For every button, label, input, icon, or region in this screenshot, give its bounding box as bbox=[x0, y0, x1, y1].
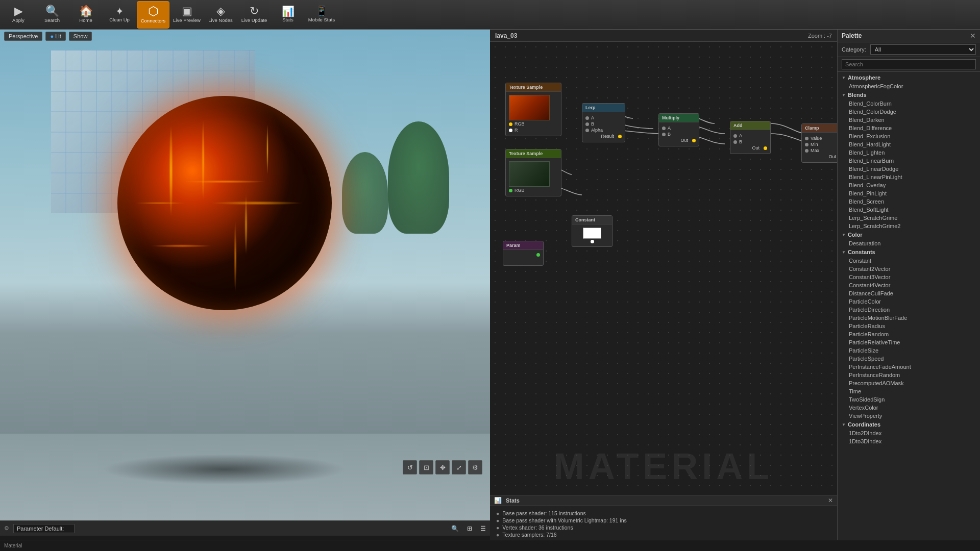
list-view-icon[interactable]: ☰ bbox=[480, 525, 486, 532]
livepreview-icon: ▣ bbox=[182, 6, 192, 17]
palette-item-particlerelativetime[interactable]: ParticleRelativeTime bbox=[838, 338, 980, 346]
livepreview-button[interactable]: ▣ Live Preview bbox=[170, 1, 203, 29]
palette-section-atmosphere[interactable]: Atmosphere bbox=[838, 73, 980, 82]
toolbar: ▶ Apply 🔍 Search 🏠 Home ✦ Clean Up ⬡ Con… bbox=[0, 0, 980, 30]
palette-section-blends[interactable]: Blends bbox=[838, 90, 980, 99]
apply-button[interactable]: ▶ Apply bbox=[2, 1, 35, 29]
sphere-shadow bbox=[102, 454, 347, 485]
texture-node-2[interactable]: Texture Sample RGB bbox=[505, 149, 561, 196]
palette-item-blend-linearpinlight[interactable]: Blend_LinearPinLight bbox=[838, 173, 980, 181]
palette-section-color[interactable]: Color bbox=[838, 230, 980, 239]
palette-item-blend-screen[interactable]: Blend_Screen bbox=[838, 197, 980, 206]
param-node[interactable]: Param bbox=[503, 241, 544, 266]
rotate-view-button[interactable]: ↺ bbox=[403, 460, 417, 474]
palette-item-distancecullfade[interactable]: DistanceCullFade bbox=[838, 289, 980, 297]
palette-search-input[interactable] bbox=[842, 59, 976, 69]
multiply-node-1[interactable]: Multiply A B Out bbox=[658, 113, 699, 146]
palette-panel: Palette ✕ Category: All Atmosphere Atmos… bbox=[837, 30, 980, 551]
liveupdate-button[interactable]: ↻ Live Update bbox=[238, 1, 271, 29]
home-button[interactable]: 🏠 Home bbox=[69, 1, 102, 29]
palette-item-blend-colorburn[interactable]: Blend_ColorBurn bbox=[838, 99, 980, 108]
constant-node-white[interactable]: Constant bbox=[572, 215, 612, 247]
texture-node-1[interactable]: Texture Sample RGB R bbox=[505, 83, 561, 136]
palette-item-precomputedaomask[interactable]: PrecomputedAOMask bbox=[838, 379, 980, 387]
palette-item-perinstancefadeamount[interactable]: PerInstanceFadeAmount bbox=[838, 363, 980, 371]
palette-item-blend-overlay[interactable]: Blend_Overlay bbox=[838, 181, 980, 189]
category-select[interactable]: All bbox=[870, 44, 976, 55]
livenodes-button[interactable]: ◈ Live Nodes bbox=[204, 1, 237, 29]
palette-item-vertexcolor[interactable]: VertexColor bbox=[838, 404, 980, 412]
material-name-label: lava_03 bbox=[495, 32, 517, 39]
palette-item-viewproperty[interactable]: ViewProperty bbox=[838, 412, 980, 420]
stats-item-4: ● Texture samplers: 7/16 bbox=[496, 532, 831, 538]
settings-view-button[interactable]: ⚙ bbox=[468, 460, 482, 474]
palette-item-particlesize[interactable]: ParticleSize bbox=[838, 346, 980, 355]
palette-item-desaturation[interactable]: Desaturation bbox=[838, 239, 980, 247]
node-editor-background: Texture Sample RGB R Texture Sample RGB … bbox=[490, 42, 837, 495]
lit-button[interactable]: ● Lit bbox=[45, 32, 65, 41]
palette-item-blend-exclusion[interactable]: Blend_Exclusion bbox=[838, 132, 980, 140]
show-button[interactable]: Show bbox=[69, 32, 92, 41]
palette-item-blend-lineardodge[interactable]: Blend_LinearDodge bbox=[838, 165, 980, 173]
palette-item-lerp-scratchgrime[interactable]: Lerp_ScratchGrime bbox=[838, 214, 980, 222]
palette-item-particleradius[interactable]: ParticleRadius bbox=[838, 322, 980, 330]
palette-item-constant[interactable]: Constant bbox=[838, 257, 980, 265]
palette-item-blend-lighten[interactable]: Blend_Lighten bbox=[838, 148, 980, 157]
zoom-info: Zoom : -7 bbox=[808, 33, 832, 39]
palette-item-particlerandom[interactable]: ParticleRandom bbox=[838, 330, 980, 338]
perspective-button[interactable]: Perspective bbox=[4, 32, 42, 41]
stats-close-button[interactable]: ✕ bbox=[828, 497, 833, 504]
palette-item-constant3vector[interactable]: Constant3Vector bbox=[838, 273, 980, 281]
pan-view-button[interactable]: ✥ bbox=[435, 460, 450, 474]
palette-close-button[interactable]: ✕ bbox=[970, 32, 976, 40]
lerp-node-1[interactable]: Lerp A B Alpha Result bbox=[582, 103, 625, 142]
node-editor[interactable]: Texture Sample RGB R Texture Sample RGB … bbox=[490, 42, 837, 495]
palette-list: Atmosphere AtmosphericFogColor Blends Bl… bbox=[838, 72, 980, 551]
mobilestats-button[interactable]: 📱 Mobile Stats bbox=[305, 1, 338, 29]
add-node-1[interactable]: Add A B Out bbox=[730, 121, 771, 154]
palette-item-blend-linearburn[interactable]: Blend_LinearBurn bbox=[838, 157, 980, 165]
clamp-node[interactable]: Clamp Value Min Max Out bbox=[801, 123, 837, 163]
palette-section-constants[interactable]: Constants bbox=[838, 247, 980, 257]
palette-item-blend-hardlight[interactable]: Blend_HardLight bbox=[838, 140, 980, 148]
zoom-view-button[interactable]: ⤢ bbox=[452, 460, 466, 474]
stats-button[interactable]: 📊 Stats bbox=[272, 1, 304, 29]
stats-icon: 📊 bbox=[282, 6, 295, 16]
lava-sphere bbox=[117, 96, 332, 310]
search-icon: 🔍 bbox=[45, 6, 59, 17]
view-icons: ↺ ⊡ ✥ ⤢ ⚙ bbox=[403, 460, 482, 474]
livenodes-icon: ◈ bbox=[216, 6, 225, 17]
cleanup-button[interactable]: ✦ Clean Up bbox=[103, 1, 136, 29]
palette-section-coordinates[interactable]: Coordinates bbox=[838, 420, 980, 429]
palette-item-atmosphericfogcolor[interactable]: AtmosphericFogColor bbox=[838, 82, 980, 90]
palette-item-blend-colordodge[interactable]: Blend_ColorDodge bbox=[838, 108, 980, 116]
frame-view-button[interactable]: ⊡ bbox=[419, 460, 433, 474]
search-button[interactable]: 🔍 Search bbox=[36, 1, 68, 29]
palette-item-blend-softlight[interactable]: Blend_SoftLight bbox=[838, 206, 980, 214]
parameter-default-input[interactable] bbox=[13, 524, 75, 533]
palette-item-blend-difference[interactable]: Blend_Difference bbox=[838, 124, 980, 132]
palette-item-blend-darken[interactable]: Blend_Darken bbox=[838, 116, 980, 124]
palette-item-constant2vector[interactable]: Constant2Vector bbox=[838, 265, 980, 273]
palette-item-particledirection[interactable]: ParticleDirection bbox=[838, 306, 980, 314]
palette-item-blend-pinlight[interactable]: Blend_PinLight bbox=[838, 189, 980, 197]
mobilestats-icon: 📱 bbox=[315, 6, 328, 16]
connectors-button[interactable]: ⬡ Connectors bbox=[137, 1, 169, 29]
stats-icon: 📊 bbox=[494, 497, 502, 504]
category-label: Category: bbox=[842, 46, 866, 53]
palette-item-twosidedsign[interactable]: TwoSidedSign bbox=[838, 395, 980, 404]
palette-item-1dto3dindex[interactable]: 1Dto3DIndex bbox=[838, 437, 980, 445]
palette-item-lerp-scratchgrime2[interactable]: Lerp_ScratchGrime2 bbox=[838, 222, 980, 230]
palette-item-time[interactable]: Time bbox=[838, 387, 980, 395]
cleanup-icon: ✦ bbox=[115, 6, 124, 16]
palette-item-perinstancerandom[interactable]: PerInstanceRandom bbox=[838, 371, 980, 379]
search-bottom-icon[interactable]: 🔍 bbox=[451, 525, 459, 532]
palette-item-particlespeed[interactable]: ParticleSpeed bbox=[838, 355, 980, 363]
palette-item-1dto2dindex[interactable]: 1Dto2DIndex bbox=[838, 429, 980, 437]
grid-view-icon[interactable]: ⊞ bbox=[467, 525, 472, 532]
palette-item-particlemotionblurfade[interactable]: ParticleMotionBlurFade bbox=[838, 314, 980, 322]
palette-item-particlecolor[interactable]: ParticleColor bbox=[838, 297, 980, 306]
stats-item-1: ● Base pass shader: 115 instructions bbox=[496, 510, 831, 516]
palette-item-constant4vector[interactable]: Constant4Vector bbox=[838, 281, 980, 289]
param-icon: ⚙ bbox=[4, 525, 9, 532]
